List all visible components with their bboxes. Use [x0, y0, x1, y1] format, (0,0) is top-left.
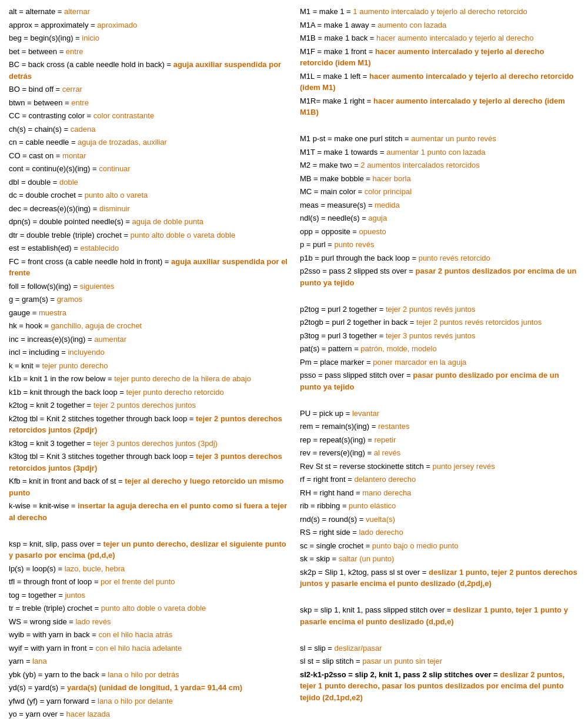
- glossary-entry: [300, 290, 579, 302]
- spanish-translation: saltar (un punto): [339, 554, 395, 563]
- spanish-translation: alternar: [64, 7, 90, 16]
- english-term: skp = slip 1, knit 1, pass slipped stitc…: [300, 605, 453, 614]
- glossary-entry: PU = pick up = levantar: [300, 408, 579, 420]
- spanish-translation: entre: [66, 47, 83, 56]
- glossary-entry: lp(s) = loop(s) = lazo, bucle, hebra: [9, 563, 288, 575]
- english-term: p1b = purl through the back loop =: [300, 254, 419, 262]
- glossary-entry: dbl = double = doble: [9, 177, 288, 188]
- english-term: BO = bind off =: [9, 85, 62, 94]
- glossary-entry: k1b = knit through the back loop = tejer…: [9, 387, 288, 398]
- english-term: beg = begin(s)(ing) =: [9, 34, 82, 42]
- spanish-translation: aumentar: [94, 335, 126, 344]
- spanish-translation: con el hilo hacia adelante: [95, 644, 182, 653]
- english-term: RH = right hand =: [300, 488, 362, 497]
- spanish-translation: aumento con lazada: [377, 21, 446, 29]
- english-term: k = knit =: [9, 361, 42, 370]
- spanish-translation: 2 aumentos intercalados retorcidos: [360, 161, 479, 169]
- glossary-entry: alt = alternate = alternar: [9, 6, 288, 18]
- glossary-entry: yd(s) = yard(s) = yarda(s) (unidad de lo…: [9, 682, 288, 694]
- glossary-entry: dc = double crochet = punto alto o varet…: [9, 189, 288, 201]
- glossary-entry: sk = skip = saltar (un punto): [300, 553, 579, 565]
- english-term: M1T = make 1 towards =: [300, 148, 386, 157]
- english-term: g = gram(s) =: [9, 295, 57, 304]
- spanish-translation: aguja de doble punta: [132, 217, 203, 226]
- glossary-entry: rem = remain(s)(ing) = restantes: [300, 421, 579, 432]
- spanish-translation: aumentar un punto revés: [411, 134, 496, 143]
- english-term: p2tog = purl 2 together =: [300, 305, 386, 314]
- glossary-entry: wyif = with yarn in front = con el hilo …: [9, 643, 288, 654]
- glossary-entry: [300, 591, 579, 603]
- spanish-translation: levantar: [352, 409, 379, 418]
- english-term: wyif = with yarn in front =: [9, 644, 95, 653]
- glossary-entry: inc = increas(e)(s)(ing) = aumentar: [9, 334, 288, 345]
- spanish-translation: poner marcador en la aguja: [373, 358, 466, 367]
- english-term: sl = slip =: [300, 644, 335, 653]
- english-term: alt = alternate =: [9, 7, 64, 16]
- glossary-entry: k2tog tbl = Knit 2 stitches together thr…: [9, 413, 288, 436]
- glossary-entry: Kfb = knit in front and back of st = tej…: [9, 475, 288, 498]
- english-term: incl = including =: [9, 348, 68, 357]
- spanish-translation: muestra: [39, 308, 66, 317]
- english-term: yfwd (yf) = yarn forward =: [9, 697, 98, 705]
- english-term: dec = decreas(e)(s)(ing) =: [9, 204, 99, 213]
- glossary-entry: opp = opposite = opuesto: [300, 226, 579, 238]
- english-term: ch(s) = chain(s) =: [9, 125, 71, 134]
- glossary-entry: sl2-k1-p2sso = slip 2, knit 1, pass 2 sl…: [300, 669, 579, 704]
- glossary-entry: [300, 629, 579, 641]
- english-term: k2tog tbl = Knit 2 stitches together thr…: [9, 414, 196, 423]
- english-term: p3tog = purl 3 together =: [300, 331, 386, 340]
- glossary-entry: skp = slip 1, knit 1, pass slipped stitc…: [300, 604, 579, 627]
- spanish-translation: delantero derecho: [355, 475, 416, 484]
- glossary-entry: ndl(s) = needle(s) = aguja: [300, 212, 579, 224]
- glossary-entry: BC = back cross (a cable needle hold in …: [9, 59, 288, 82]
- glossary-entry: g = gram(s) = gramos: [9, 294, 288, 305]
- spanish-translation: restantes: [378, 422, 409, 431]
- glossary-entry: FC = front cross (a cable needle hold in…: [9, 256, 288, 279]
- glossary-entry: p1b = purl through the back loop = punto…: [300, 252, 579, 264]
- english-term: M1 = make 1 =: [300, 7, 353, 16]
- spanish-translation: incluyendo: [68, 348, 104, 357]
- english-term: rev = revers(e)(ing) =: [300, 448, 374, 457]
- glossary-entry: approx = approximately = aproximado: [9, 19, 288, 31]
- glossary-entry: rf = right front = delantero derecho: [300, 474, 579, 485]
- glossary-entry: rev = revers(e)(ing) = al revés: [300, 447, 579, 459]
- english-term: foll = follow(s)(ing) =: [9, 282, 80, 291]
- english-term: sc = single crochet =: [300, 541, 372, 550]
- english-term: sk2p = Slip 1, k2tog, pass sl st over =: [300, 568, 429, 577]
- english-term: ndl(s) = needle(s) =: [300, 214, 368, 222]
- spanish-translation: tejer 3 puntos revés juntos: [386, 331, 475, 340]
- spanish-translation: aproximado: [97, 21, 137, 29]
- spanish-translation: tejer 2 puntos revés juntos: [386, 305, 475, 314]
- spanish-translation: punto revés retorcido: [419, 254, 490, 262]
- left-column: alt = alternate = alternarapprox = appro…: [9, 6, 288, 719]
- glossary-entry: psso = pass slipped stitch over = pasar …: [300, 370, 579, 392]
- spanish-translation: cadena: [71, 125, 96, 134]
- spanish-translation: lana o hilo por detrás: [108, 670, 179, 679]
- glossary-entry: M1 p-st = make one purl stitch = aumenta…: [300, 133, 579, 145]
- spanish-translation: aguja: [368, 214, 387, 222]
- english-term: sk = skip =: [300, 554, 339, 563]
- english-term: dc = double crochet =: [9, 191, 85, 199]
- glossary-entry: tr = treble (triple) crochet = punto alt…: [9, 603, 288, 614]
- english-term: approx = approximately =: [9, 21, 97, 29]
- glossary-entry: rep = repeat(s)(ing) = repetir: [300, 434, 579, 446]
- english-term: tog = together =: [9, 591, 65, 600]
- english-term: WS = wrong side =: [9, 617, 75, 626]
- glossary-entry: p = purl = punto revés: [300, 239, 579, 251]
- glossary-entry: RH = right hand = mano derecha: [300, 487, 579, 499]
- spanish-translation: aguja de trozadas, auxiliar: [78, 138, 167, 147]
- spanish-translation: establecido: [80, 244, 119, 252]
- english-term: M1R= make 1 right =: [300, 96, 373, 105]
- english-term: BC = back cross (a cable needle hold in …: [9, 60, 173, 69]
- english-term: M1F = make 1 front =: [300, 47, 375, 56]
- glossary-entry: cont = continu(e)(s)(ing) = continuar: [9, 163, 288, 175]
- english-term: tfl = through front of loop =: [9, 577, 101, 586]
- english-term: btwn = between =: [9, 98, 71, 107]
- glossary-entry: hk = hook = ganchillo, aguja de crochet: [9, 320, 288, 332]
- glossary-entry: WS = wrong side = lado revés: [9, 616, 288, 628]
- glossary-entry: p3tog = purl 3 together = tejer 3 puntos…: [300, 330, 579, 342]
- glossary-entry: rnd(s) = round(s) = vuelta(s): [300, 514, 579, 525]
- spanish-translation: lado derecho: [359, 528, 403, 537]
- glossary-entry: M1L = make 1 left = hacer aumento interc…: [300, 71, 579, 94]
- english-term: rem = remain(s)(ing) =: [300, 422, 378, 431]
